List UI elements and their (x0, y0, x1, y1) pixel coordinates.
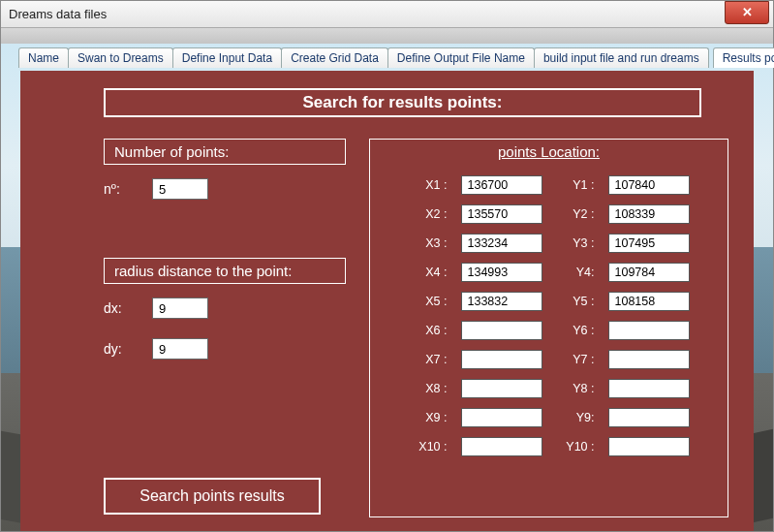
x-input-7[interactable] (461, 350, 542, 369)
x-input-2[interactable] (461, 204, 542, 224)
dx-input[interactable] (152, 297, 208, 319)
section-title: Search for results points: (104, 88, 701, 117)
y-input-4[interactable] (608, 263, 690, 282)
points-location-group: points Location: X1 :Y1 :X2 :Y2 :X3 :Y3 … (369, 139, 728, 517)
x-label-4: X4 : (407, 266, 451, 279)
dy-label: dy: (104, 341, 139, 357)
dx-label: dx: (104, 300, 139, 316)
x-label-1: X1 : (407, 178, 451, 192)
tab-name[interactable]: Name (18, 47, 69, 68)
y-input-2[interactable] (608, 204, 690, 224)
x-label-3: X3 : (407, 236, 451, 250)
radius-title: radius distance to the point: (114, 263, 335, 279)
x-label-7: X7 : (407, 353, 451, 366)
y-input-10[interactable] (608, 437, 690, 456)
section-title-text: Search for results points: (303, 93, 503, 112)
y-input-9[interactable] (608, 408, 690, 427)
x-label-5: X5 : (407, 295, 451, 308)
y-input-1[interactable] (608, 175, 690, 195)
x-input-9[interactable] (461, 408, 542, 427)
dy-row: dy: (104, 338, 346, 360)
y-label-4: Y4: (554, 266, 599, 279)
tab-define-output-file-name[interactable]: Define Output File Name (387, 47, 535, 68)
close-icon: ✕ (742, 5, 753, 19)
tab-define-input-data[interactable]: Define Input Data (172, 47, 282, 68)
tab-strip: Name Swan to Dreams Define Input Data Cr… (18, 47, 774, 68)
x-input-6[interactable] (461, 321, 542, 340)
titlebar-shadow (1, 28, 773, 44)
number-of-points-title: Number of points: (114, 143, 335, 160)
tab-swan-to-dreams[interactable]: Swan to Dreams (68, 47, 173, 68)
y-input-7[interactable] (608, 350, 690, 369)
dx-row: dx: (104, 297, 346, 319)
x-label-8: X8 : (407, 382, 451, 395)
client-area: Name Swan to Dreams Define Input Data Cr… (1, 44, 773, 531)
x-input-1[interactable] (461, 175, 542, 195)
app-window: Dreams data files ✕ Name Swan to Dreams … (0, 0, 774, 532)
tab-create-grid-data[interactable]: Create Grid Data (281, 47, 388, 68)
n-input[interactable] (152, 178, 208, 200)
points-location-title: points Location: (370, 140, 728, 162)
y-label-1: Y1 : (554, 178, 599, 192)
y-input-5[interactable] (608, 292, 690, 311)
close-button[interactable]: ✕ (725, 1, 769, 24)
x-input-4[interactable] (461, 263, 542, 282)
titlebar: Dreams data files ✕ (1, 1, 773, 28)
x-input-5[interactable] (461, 292, 542, 311)
x-input-10[interactable] (461, 437, 542, 456)
y-label-3: Y3 : (554, 236, 599, 250)
y-label-5: Y5 : (554, 295, 599, 308)
left-column: Number of points: nº: radius distance to… (104, 139, 346, 379)
tab-results-points[interactable]: Results points (713, 47, 774, 68)
number-of-points-group: Number of points: (104, 139, 346, 165)
y-input-8[interactable] (608, 379, 690, 398)
search-points-button[interactable]: Search points results (104, 478, 321, 515)
dy-input[interactable] (152, 338, 208, 360)
radius-group: radius distance to the point: (104, 258, 346, 284)
window-title: Dreams data files (9, 7, 107, 21)
n-label: nº: (104, 181, 139, 197)
x-label-6: X6 : (407, 324, 451, 337)
content-panel: Search for results points: Number of poi… (20, 71, 754, 531)
y-label-2: Y2 : (554, 207, 599, 221)
y-label-7: Y7 : (554, 353, 599, 366)
y-label-8: Y8 : (554, 382, 599, 395)
y-input-6[interactable] (608, 321, 690, 340)
x-input-3[interactable] (461, 234, 542, 253)
y-label-9: Y9: (554, 411, 599, 424)
tab-build-and-run[interactable]: build input file and run dreams (534, 47, 709, 68)
y-label-6: Y6 : (554, 324, 599, 337)
x-label-9: X9 : (407, 411, 451, 424)
y-input-3[interactable] (608, 234, 690, 253)
y-label-10: Y10 : (554, 440, 599, 454)
x-input-8[interactable] (461, 379, 542, 398)
n-points-row: nº: (104, 178, 346, 200)
x-label-10: X10 : (407, 440, 451, 454)
points-grid: X1 :Y1 :X2 :Y2 :X3 :Y3 :X4 :Y4:X5 :Y5 :X… (370, 162, 728, 466)
x-label-2: X2 : (407, 207, 451, 221)
